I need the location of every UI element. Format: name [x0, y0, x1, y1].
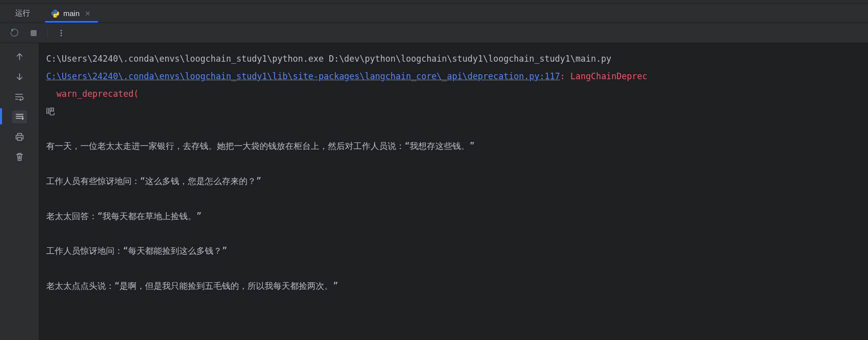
- rerun-button[interactable]: [9, 28, 20, 39]
- console-error-indent: warn_deprecated(: [46, 89, 139, 99]
- down-arrow-icon[interactable]: [12, 70, 27, 83]
- scroll-to-end-icon[interactable]: [12, 110, 27, 123]
- console-line: 老太太回答：“我每天都在草地上捡钱。”: [46, 211, 201, 221]
- console-line: 有一天，一位老太太走进一家银行，去存钱。她把一大袋的钱放在柜台上，然后对工作人员…: [46, 141, 474, 151]
- print-icon[interactable]: [12, 130, 27, 143]
- svg-point-3: [61, 35, 62, 36]
- tool-window-title: 运行: [0, 9, 45, 18]
- svg-point-2: [61, 32, 62, 34]
- main-area: C:\Users\24240\.conda\envs\loogchain_stu…: [0, 43, 868, 340]
- console-file-link[interactable]: C:\Users\24240\.conda\envs\loogchain_stu…: [46, 71, 560, 81]
- console-line: 吧: [46, 106, 55, 116]
- active-indicator: [0, 108, 2, 124]
- run-toolbar: [0, 23, 868, 43]
- console-line: 工作人员有些惊讶地问：“这么多钱，您是怎么存来的？”: [46, 176, 261, 186]
- window-top-strip: [0, 0, 868, 4]
- stop-button[interactable]: [28, 28, 39, 39]
- more-icon[interactable]: [56, 28, 67, 39]
- up-arrow-icon[interactable]: [12, 50, 27, 63]
- trash-icon[interactable]: [12, 150, 27, 163]
- tab-label: main: [63, 9, 80, 18]
- svg-point-1: [61, 30, 62, 31]
- close-icon[interactable]: ✕: [84, 10, 92, 18]
- soft-wrap-icon[interactable]: [12, 90, 27, 103]
- toolbar-divider: [47, 28, 48, 39]
- console-line: 老太太点点头说：“是啊，但是我只能捡到五毛钱的，所以我每天都捡两次。”: [46, 281, 338, 291]
- console-error-head: : LangChainDeprec: [560, 71, 648, 81]
- tab-main[interactable]: main ✕: [45, 4, 98, 23]
- python-file-icon: [51, 10, 59, 18]
- console-line: 工作人员惊讶地问：“每天都能捡到这么多钱？”: [46, 246, 227, 256]
- console-command-line: C:\Users\24240\.conda\envs\loogchain_stu…: [46, 54, 611, 64]
- console-side-toolbar: [0, 43, 39, 340]
- tool-tab-bar: 运行 main ✕: [0, 4, 868, 23]
- svg-rect-0: [31, 30, 37, 36]
- console-output[interactable]: C:\Users\24240\.conda\envs\loogchain_stu…: [39, 43, 868, 340]
